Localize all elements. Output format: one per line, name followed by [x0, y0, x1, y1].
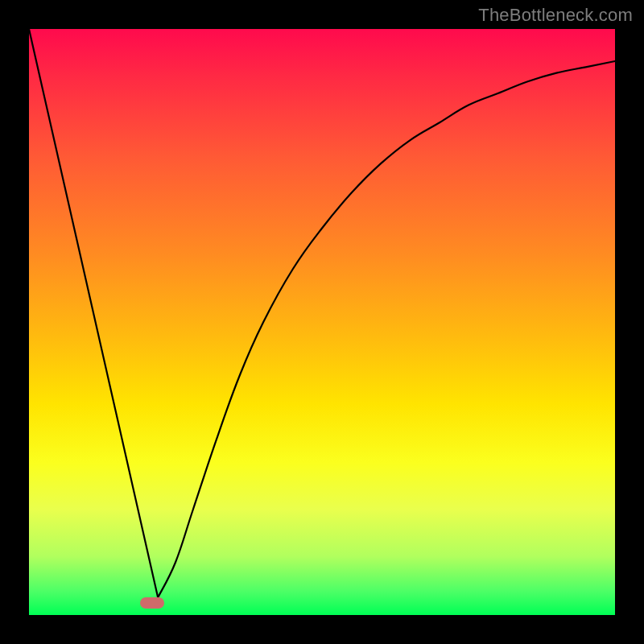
chart-frame: TheBottleneck.com	[0, 0, 644, 644]
plot-area	[29, 29, 615, 615]
watermark-text: TheBottleneck.com	[478, 5, 633, 26]
bottleneck-curve	[29, 29, 615, 615]
optimal-point-marker	[140, 597, 164, 609]
